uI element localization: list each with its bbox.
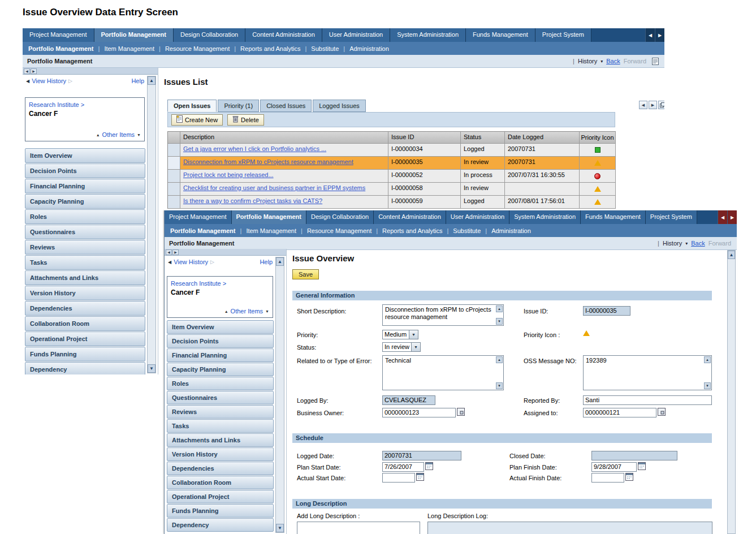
subnav-item-resource-management[interactable]: Resource Management — [307, 227, 371, 234]
portal-tab-portfolio-management[interactable]: Portfolio Management — [94, 28, 174, 42]
forward-link[interactable]: Forward — [624, 58, 646, 64]
issue-description-link[interactable]: Disconnection from xRPM to cProjects res… — [183, 158, 353, 165]
maximize-icon[interactable] — [658, 101, 664, 109]
subnav-item-portfolio-management[interactable]: Portfolio Management — [170, 227, 236, 234]
portal-tab-design-collaboration[interactable]: Design Collaboration — [174, 28, 245, 42]
back-link[interactable]: Back — [606, 58, 620, 64]
subnav-item-item-management[interactable]: Item Management — [104, 45, 154, 52]
context-path-link[interactable]: Research Institute > — [171, 280, 269, 287]
tab-scroll-left-icon[interactable]: ◀ — [718, 210, 727, 224]
logged-date-input[interactable]: 20070731 — [382, 451, 461, 460]
issue-id-input[interactable]: I-00000035 — [583, 306, 630, 316]
sidebar-item-dependencies[interactable]: Dependencies — [25, 301, 145, 316]
subnav-item-substitute[interactable]: Substitute — [453, 227, 481, 234]
tray-right-icon[interactable]: ▶ — [31, 68, 37, 74]
history-caret-icon[interactable]: ▾ — [685, 241, 688, 246]
sidebar-item-item-overview[interactable]: Item Overview — [25, 148, 145, 163]
actual-start-input[interactable] — [382, 473, 415, 483]
issue-description-link[interactable]: Project lock not being released... — [183, 171, 274, 178]
delete-button[interactable]: Delete — [227, 114, 264, 126]
collapse-icon[interactable]: ▲ — [96, 133, 100, 137]
sidebar-item-capacity-planning[interactable]: Capacity Planning — [25, 194, 145, 209]
page-options-icon[interactable] — [652, 58, 659, 65]
sidebar-item-capacity-planning[interactable]: Capacity Planning — [167, 363, 274, 376]
scroll-up-icon[interactable]: ▲ — [728, 251, 735, 259]
sidebar-item-collaboration-room[interactable]: Collaboration Room — [25, 316, 145, 331]
portal-tab-project-system[interactable]: Project System — [535, 28, 591, 42]
sidebar-scrollbar[interactable]: ▲ ▼ — [147, 76, 156, 373]
row-selector[interactable] — [168, 170, 180, 183]
sidebar-item-dependencies[interactable]: Dependencies — [167, 462, 274, 475]
actual-finish-input[interactable] — [591, 473, 624, 483]
scroll-down-icon[interactable]: ▼ — [496, 318, 503, 325]
portal-tab-funds-management[interactable]: Funds Management — [466, 28, 535, 42]
portal-tab-portfolio-management[interactable]: Portfolio Management — [232, 210, 307, 224]
issue-description-link[interactable]: Get a java error when I click on Portfol… — [183, 145, 326, 152]
expand-icon[interactable]: ▼ — [265, 309, 269, 313]
save-button[interactable]: Save — [292, 269, 319, 279]
page-left-icon[interactable]: ◀ — [639, 101, 647, 109]
sidebar-item-reviews[interactable]: Reviews — [25, 240, 145, 255]
sidebar-item-tasks[interactable]: Tasks — [167, 419, 274, 433]
oss-message-input[interactable]: 192389 ▲ ▼ — [583, 355, 712, 390]
subnav-item-administration[interactable]: Administration — [349, 45, 389, 52]
calendar-icon[interactable] — [638, 462, 646, 470]
related-error-input[interactable]: Technical ▲ ▼ — [382, 355, 504, 390]
sidebar-item-dependency[interactable]: Dependency — [25, 362, 145, 374]
row-selector[interactable] — [168, 196, 180, 209]
sidebar-item-item-overview[interactable]: Item Overview — [167, 320, 274, 334]
forward-link[interactable]: Forward — [709, 240, 731, 247]
sidebar-item-decision-points[interactable]: Decision Points — [167, 334, 274, 348]
history-menu[interactable]: History — [578, 58, 597, 64]
subnav-item-substitute[interactable]: Substitute — [311, 45, 339, 52]
sidebar-item-questionnaires[interactable]: Questionnaires — [167, 391, 274, 404]
history-caret-icon[interactable]: ▾ — [601, 59, 603, 64]
forward-arrow-icon[interactable]: ▷ — [210, 259, 214, 265]
other-items-control[interactable]: ▲ Other Items ▼ — [224, 308, 269, 315]
value-help-icon[interactable] — [457, 408, 465, 416]
expand-icon[interactable]: ▼ — [137, 133, 141, 137]
sidebar-item-tasks[interactable]: Tasks — [25, 255, 145, 270]
row-selector[interactable] — [168, 183, 180, 196]
scroll-up-icon[interactable]: ▲ — [704, 356, 711, 363]
calendar-icon[interactable] — [625, 473, 633, 481]
sidebar-item-dependency[interactable]: Dependency — [167, 518, 274, 532]
calendar-icon[interactable] — [416, 473, 424, 481]
sidebar-item-operational-project[interactable]: Operational Project — [25, 331, 145, 346]
row-selector[interactable] — [168, 144, 180, 157]
portal-tab-system-administration[interactable]: System Administration — [390, 28, 466, 42]
subnav-item-reports-and-analytics[interactable]: Reports and Analytics — [382, 227, 442, 234]
sidebar-item-decision-points[interactable]: Decision Points — [25, 163, 145, 178]
portal-tab-design-collaboration[interactable]: Design Collaboration — [306, 210, 374, 224]
portal-tab-content-administration[interactable]: Content Administration — [245, 28, 322, 42]
portal-tab-user-administration[interactable]: User Administration — [446, 210, 509, 224]
scroll-up-icon[interactable]: ▲ — [496, 305, 503, 312]
sidebar-item-financial-planning[interactable]: Financial Planning — [25, 179, 145, 193]
scroll-up-icon[interactable]: ▲ — [276, 257, 284, 266]
sidebar-item-attachments-and-links[interactable]: Attachments and Links — [25, 270, 145, 285]
dropdown-icon[interactable]: ▼ — [409, 330, 418, 339]
tray-left-icon[interactable]: ◀ — [166, 249, 172, 255]
calendar-icon[interactable] — [425, 462, 433, 470]
back-arrow-icon[interactable]: ◀ — [168, 260, 171, 265]
scroll-down-icon[interactable]: ▼ — [148, 364, 155, 373]
add-long-description-input[interactable] — [297, 522, 420, 534]
issue-description-link[interactable]: Is there a way to confirm cProject tasks… — [183, 197, 322, 204]
sidebar-item-questionnaires[interactable]: Questionnaires — [25, 225, 145, 239]
subnav-item-resource-management[interactable]: Resource Management — [165, 45, 230, 52]
sidebar-item-reviews[interactable]: Reviews — [167, 405, 274, 419]
context-path-link[interactable]: Research Institute > — [29, 101, 141, 108]
business-owner-input[interactable]: 0000000123 — [382, 408, 456, 417]
page-right-icon[interactable]: ▶ — [649, 101, 657, 109]
subnav-item-item-management[interactable]: Item Management — [246, 227, 296, 234]
other-items-label[interactable]: Other Items — [231, 308, 263, 315]
status-select[interactable]: In review ▼ — [382, 342, 421, 352]
help-link[interactable]: Help — [131, 77, 144, 84]
tray-right-icon[interactable]: ▶ — [172, 249, 179, 255]
sidebar-scrollbar[interactable]: ▲ ▼ — [275, 257, 284, 533]
issue-description-link[interactable]: Checklist for creating user and business… — [183, 184, 365, 191]
forward-arrow-icon[interactable]: ▷ — [68, 78, 72, 84]
scroll-down-icon[interactable]: ▼ — [704, 382, 711, 389]
sidebar-item-version-history[interactable]: Version History — [25, 286, 145, 300]
issues-tab-priority-1[interactable]: Priority (1) — [218, 100, 259, 112]
